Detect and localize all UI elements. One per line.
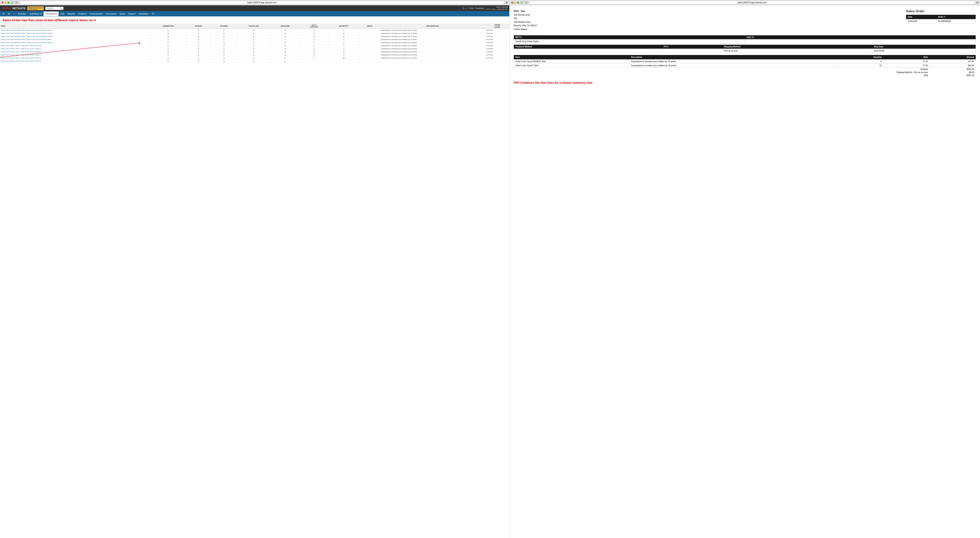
table-row: Head in the Cloud T-Shirt : Head in the …: [0, 60, 509, 63]
td-subtotal-label: Subtotal: [883, 68, 929, 71]
refresh-nav-button[interactable]: ↺: [1, 11, 6, 16]
right-url-bar[interactable]: tstdrv1264278.app.netsuite.com: [529, 1, 975, 4]
committed-cell: 0: [150, 57, 186, 60]
committed-cell: 0: [150, 48, 186, 51]
nav-setup[interactable]: Setup: [118, 11, 127, 16]
search-input[interactable]: [46, 7, 59, 10]
pdf-item-row: Head in the Cloud T-Shirt Guaranteed to …: [514, 63, 976, 68]
right-close-dot[interactable]: [511, 2, 513, 4]
favorites-button[interactable]: ★: [6, 11, 12, 16]
nav-activities[interactable]: Activities: [16, 11, 28, 16]
forward-button[interactable]: ›: [15, 1, 18, 4]
item-cell[interactable]: Head in the Cloud NSSW19 Shirt : Head in…: [0, 32, 150, 35]
help-button[interactable]: ? Help: [468, 7, 474, 10]
right-reload-button[interactable]: ↻: [976, 1, 978, 4]
invoiced-cell: 0: [270, 29, 300, 32]
table-row: Head in the Cloud NSSW19 Shirt : Head in…: [0, 32, 509, 35]
url-bar[interactable]: tstdrv1264278.app.netsuite.com: [19, 1, 504, 4]
right-back-button[interactable]: ‹: [520, 1, 523, 4]
pdf-item-name: Head in the Cloud T-Shirt: [514, 63, 629, 68]
item-cell[interactable]: Head in the Cloud T-Shirt : Head in the …: [0, 54, 150, 57]
right-forward-button[interactable]: ›: [525, 1, 528, 4]
item-cell[interactable]: Head in the Cloud T-Shirt : Head in the …: [0, 51, 150, 54]
search-box[interactable]: 🔍: [45, 7, 64, 10]
committed-cell: 0: [150, 60, 186, 63]
item-cell[interactable]: Head in the Cloud NSSW19 Shirt : Head in…: [0, 29, 150, 32]
td-shipping-method: Pick-up at store: [722, 49, 872, 53]
pdf-item-rate: 17.50: [883, 63, 929, 68]
content-area: Sales Order has five sizes of two differ…: [0, 16, 509, 538]
packed-cell: 0: [211, 29, 237, 32]
company-info: HITC - Dev Jeff Honeycomb HQ 100 Rodeo D…: [514, 10, 536, 31]
th-qty: Quantity: [837, 55, 883, 60]
item-cell[interactable]: Head in the Cloud T-Shirt : Head in the …: [0, 48, 150, 51]
minimize-button-dot[interactable]: [5, 2, 6, 4]
units-cell: [360, 38, 380, 41]
invoiced-cell: 0: [270, 51, 300, 54]
hitc-name: Head in the Cloud: [29, 7, 43, 9]
right-minimize-dot[interactable]: [514, 2, 516, 4]
search-icon: 🔍: [60, 7, 62, 10]
feedback-button[interactable]: Feedback: [476, 7, 484, 10]
th-item: Item: [514, 55, 629, 60]
price-level-cell: List Price: [485, 57, 509, 60]
item-cell[interactable]: Head in the Cloud T-Shirt : Head in the …: [0, 44, 150, 48]
user-role: HITC - Dev - Administrator: [486, 8, 508, 10]
nav-transactions[interactable]: Transactions: [43, 11, 59, 16]
units-cell: [360, 60, 380, 63]
nav-suitemaps[interactable]: SuiteMaps: [137, 11, 150, 16]
packed-cell: 0: [211, 32, 237, 35]
description-cell: Guaranteed to increase your intellect by…: [380, 51, 485, 54]
right-maximize-dot[interactable]: [517, 2, 519, 4]
item-cell[interactable]: Head in the Cloud NSSW19 Shirt : Head in…: [0, 35, 150, 38]
packed-cell: 0: [211, 60, 237, 63]
nav-documents[interactable]: Documents: [104, 11, 118, 16]
th-bill-to: Bill To: [514, 35, 745, 40]
pdf-item-desc: Guaranteed to increase your intellect by…: [629, 63, 837, 68]
item-cell[interactable]: Head in the Cloud T-Shirt : Head in the …: [0, 60, 150, 63]
nav-lists[interactable]: Lists: [59, 11, 66, 16]
col-item: ITEM: [0, 24, 150, 29]
back-ordered-cell: 3: [300, 48, 328, 51]
netsuite-label: NETSUITE: [12, 7, 25, 10]
table-row: Head in the Cloud NSSW19 Shirt : Head in…: [0, 35, 509, 38]
hitc-sub: DEVELOPMENT: [29, 9, 43, 10]
pdf-items-table: Item Description Quantity Rate Amount He…: [514, 55, 976, 77]
reload-button[interactable]: ↻: [506, 1, 508, 4]
nav-analytics[interactable]: Analytics: [76, 11, 88, 16]
td-subtotal-value: $542.50: [929, 68, 976, 71]
home-button[interactable]: ⌂: [12, 11, 16, 16]
nav-t3[interactable]: T3: [150, 11, 156, 16]
price-level-cell: List Price: [485, 29, 509, 32]
fulfilled-cell: 0: [237, 51, 270, 54]
item-cell[interactable]: Head in the Cloud NSSW19 Shirt : Head in…: [0, 41, 150, 44]
th-description: Description: [629, 55, 837, 60]
packed-cell: 0: [211, 41, 237, 44]
td-ship-to: [745, 39, 976, 43]
close-button-dot[interactable]: [2, 2, 4, 4]
user-menu-button[interactable]: 👤 ▾: [462, 7, 466, 10]
nav-suitemaps-v2[interactable]: SuiteMaps v2: [28, 11, 44, 16]
user-name: Robin Mitchell: [486, 6, 508, 8]
company-address1: 100 Rodeo Drive: [514, 20, 536, 24]
description-cell: Guaranteed to increase your intellect by…: [380, 48, 485, 51]
back-button[interactable]: ‹: [11, 1, 14, 4]
units-cell: [360, 54, 380, 57]
item-cell[interactable]: Head in the Cloud NSSW19 Shirt : Head in…: [0, 38, 150, 41]
nav-support[interactable]: Support: [127, 11, 137, 16]
item-cell[interactable]: Head in the Cloud T-Shirt : Head in the …: [0, 57, 150, 60]
picked-cell: 0: [186, 44, 211, 48]
th-ship-date: Ship Date: [872, 45, 976, 49]
th-payment-method: Payment Method: [514, 45, 662, 49]
fulfilled-cell: 0: [237, 32, 270, 35]
price-level-cell: List Price: [485, 32, 509, 35]
nav-customization[interactable]: Customization: [88, 11, 104, 16]
maximize-button-dot[interactable]: [7, 2, 10, 4]
col-packed: PACKED: [211, 24, 237, 29]
td-empty2: [514, 71, 883, 74]
invoiced-cell: 0: [270, 48, 300, 51]
units-cell: [360, 41, 380, 44]
quantity-cell: 1: [328, 29, 360, 32]
back-ordered-cell: 7: [300, 57, 328, 60]
nav-reports[interactable]: Reports: [66, 11, 76, 16]
